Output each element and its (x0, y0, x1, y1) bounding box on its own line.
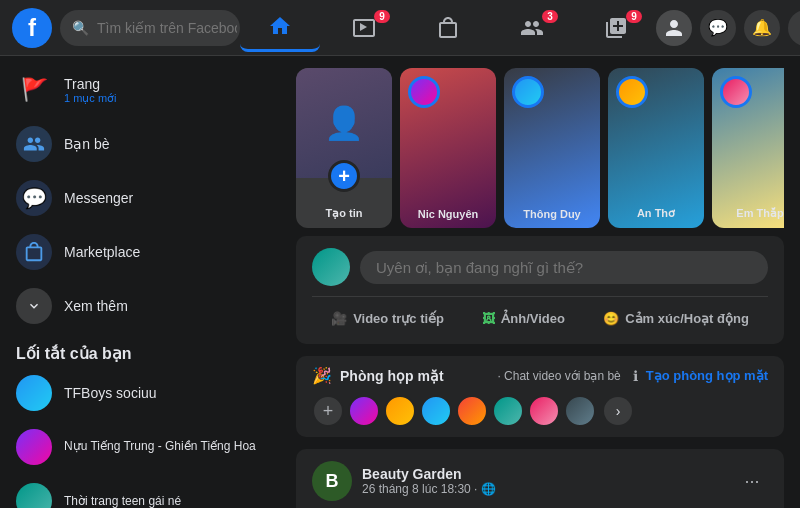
photo-icon: 🖼 (482, 311, 495, 326)
post-more-button[interactable]: ··· (736, 465, 768, 497)
meeting-av-1 (348, 395, 380, 427)
meeting-avatars: + › (312, 395, 768, 427)
sidebar-item-trang[interactable]: 🚩 Trang 1 mục mới (8, 64, 272, 116)
search-icon: 🔍 (72, 20, 89, 36)
composer-video-action[interactable]: 🎥 Video trực tiếp (319, 305, 456, 332)
post-composer: 🎥 Video trực tiếp 🖼 Ảnh/Video 😊 Cảm xúc/… (296, 236, 784, 344)
sidebar-banbe-label: Bạn bè (64, 136, 110, 152)
sidebar-item-xem-them[interactable]: Xem thêm (8, 280, 272, 332)
thitrang-label: Thời trang teen gái né (64, 494, 181, 508)
feeling-label: Cảm xúc/Hoạt động (625, 311, 749, 326)
user-icon (664, 18, 684, 38)
nav-marketplace[interactable] (408, 4, 488, 52)
bell-icon: 🔔 (752, 18, 772, 37)
search-bar[interactable]: 🔍 (60, 10, 240, 46)
nav-friends[interactable]: 3 (492, 4, 572, 52)
banbe-icon (16, 126, 52, 162)
post-avatar: B (312, 461, 352, 501)
composer-top (312, 248, 768, 286)
story2-label: Thông Duy (504, 208, 600, 220)
composer-photo-action[interactable]: 🖼 Ảnh/Video (470, 305, 577, 332)
sidebar-item-messenger[interactable]: 💬 Messenger (8, 172, 272, 224)
sidebar-shortcut-nuu-tieng[interactable]: Nựu Tiếng Trung - Ghiền Tiếng Hoa (8, 421, 272, 473)
composer-input[interactable] (360, 251, 768, 284)
messenger-icon: 💬 (708, 18, 728, 37)
facebook-logo[interactable]: f (12, 8, 52, 48)
create-story-card[interactable]: 👤 + Tạo tin (296, 68, 392, 228)
friends-badge: 3 (542, 10, 558, 23)
meeting-av-3 (420, 395, 452, 427)
marketplace-icon (436, 16, 460, 40)
stories-row: 👤 + Tạo tin Nic Nguyên Thông Duy An Thơ (296, 56, 784, 236)
meeting-add-person-btn[interactable]: + (312, 395, 344, 427)
story-card-2[interactable]: Thông Duy (504, 68, 600, 228)
post-avatar-letter: B (326, 471, 339, 492)
story-card-1[interactable]: Nic Nguyên (400, 68, 496, 228)
trang-icon: 🚩 (16, 72, 52, 108)
meeting-av-2 (384, 395, 416, 427)
friends-icon (520, 16, 544, 40)
emoji-icon: 😊 (603, 311, 619, 326)
composer-actions: 🎥 Video trực tiếp 🖼 Ảnh/Video 😊 Cảm xúc/… (312, 305, 768, 332)
nuu-tieng-label: Nựu Tiếng Trung - Ghiền Tiếng Hoa (64, 439, 256, 455)
sidebar-messenger-label: Messenger (64, 190, 133, 206)
story1-avatar (408, 76, 440, 108)
messenger-sidebar-icon: 💬 (16, 180, 52, 216)
meeting-create-button[interactable]: Tạo phòng họp mặt (646, 368, 768, 383)
story-card-4[interactable]: Em Thắp (712, 68, 784, 228)
meeting-next-btn[interactable]: › (604, 397, 632, 425)
user-avatar-btn[interactable] (656, 10, 692, 46)
sidebar-shortcut-tfboys[interactable]: TFBoys sociuu (8, 367, 272, 419)
story3-label: An Thơ (608, 207, 704, 220)
sidebar-item-ban-be[interactable]: Bạn bè (8, 118, 272, 170)
fb-logo-letter: f (28, 14, 36, 42)
sidebar-trang-sublabel: 1 mục mới (64, 92, 117, 105)
story-card-3[interactable]: An Thơ (608, 68, 704, 228)
meeting-subtitle: · Chat video với bạn bè (497, 369, 620, 383)
home-icon (268, 14, 292, 38)
video-label: Video trực tiếp (353, 311, 444, 326)
top-navigation: f 🔍 9 3 (0, 0, 800, 56)
composer-avatar (312, 248, 350, 286)
post-author-name: Beauty Garden (362, 466, 736, 482)
messenger-btn[interactable]: 💬 (700, 10, 736, 46)
meeting-av-6 (528, 395, 560, 427)
notifications-btn[interactable]: 🔔 (744, 10, 780, 46)
meeting-av-7 (564, 395, 596, 427)
sidebar-marketplace-label: Marketplace (64, 244, 140, 260)
main-feed: 👤 + Tạo tin Nic Nguyên Thông Duy An Thơ (280, 56, 800, 508)
chevron-icon (16, 288, 52, 324)
nav-home[interactable] (240, 4, 320, 52)
sidebar-shortcut-thitrang[interactable]: Thời trang teen gái né (8, 475, 272, 508)
post-time: 26 tháng 8 lúc 18:30 · 🌐 (362, 482, 736, 496)
meeting-av-5 (492, 395, 524, 427)
main-layout: 🚩 Trang 1 mục mới Bạn bè 💬 Messenger (0, 56, 800, 508)
search-input[interactable] (97, 20, 237, 36)
left-sidebar: 🚩 Trang 1 mục mới Bạn bè 💬 Messenger (0, 56, 280, 508)
story4-label: Em Thắp (712, 207, 784, 220)
post-header: B Beauty Garden 26 tháng 8 lúc 18:30 · 🌐… (312, 461, 768, 501)
meeting-title: Phòng họp mặt (340, 368, 485, 384)
sidebar-trang-meta: Trang 1 mục mới (64, 76, 117, 105)
meeting-info-icon[interactable]: ℹ (633, 368, 638, 384)
meeting-av-4 (456, 395, 488, 427)
settings-btn[interactable]: ▼ (788, 10, 800, 46)
composer-divider (312, 296, 768, 297)
notifications-badge: 9 (626, 10, 642, 23)
story3-avatar (616, 76, 648, 108)
story4-avatar (720, 76, 752, 108)
nav-center: 9 3 9 (240, 4, 656, 52)
sidebar-item-marketplace[interactable]: Marketplace (8, 226, 272, 278)
meeting-room-card: 🎉 Phòng họp mặt · Chat video với bạn bè … (296, 356, 784, 437)
sidebar-xem-them-label: Xem thêm (64, 298, 128, 314)
watch-badge: 9 (374, 10, 390, 23)
tfboys-avatar (16, 375, 52, 411)
thitrang-avatar (16, 483, 52, 508)
meeting-icon: 🎉 (312, 366, 332, 385)
nav-right-actions: 💬 🔔 ▼ (656, 10, 800, 46)
notifications-icon (604, 16, 628, 40)
nav-notifications[interactable]: 9 (576, 4, 656, 52)
nav-watch[interactable]: 9 (324, 4, 404, 52)
marketplace-sidebar-icon (16, 234, 52, 270)
composer-feeling-action[interactable]: 😊 Cảm xúc/Hoạt động (591, 305, 761, 332)
